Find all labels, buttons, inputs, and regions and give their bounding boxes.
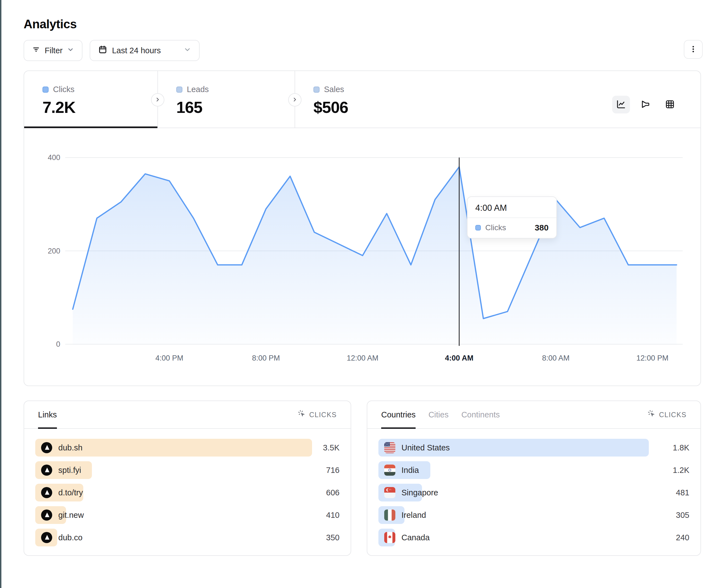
clicks-tab-label: Clicks (53, 85, 74, 94)
date-range-label: Last 24 hours (112, 46, 161, 55)
tooltip-time: 4:00 AM (468, 197, 556, 218)
svg-text:12:00 PM: 12:00 PM (636, 354, 669, 362)
clicks-area-chart: 02004004:00 PM8:00 PM12:00 AM4:00 AM8:00… (24, 128, 701, 386)
date-range-button[interactable]: Last 24 hours (90, 40, 200, 61)
countries-panel: Countries Cities Continents CLICKS Unite… (367, 401, 701, 556)
item-value: 481 (676, 488, 689, 497)
kebab-icon (689, 45, 697, 54)
dub-logo (41, 532, 52, 543)
item-label: India (402, 466, 419, 475)
filter-icon (32, 45, 40, 56)
chart-view-switcher (612, 82, 679, 128)
table-view-button[interactable] (661, 96, 679, 113)
funnel-view-button[interactable] (637, 96, 654, 113)
sales-tab-label: Sales (324, 85, 344, 94)
line-chart-view-button[interactable] (612, 96, 630, 113)
svg-text:4:00 AM: 4:00 AM (445, 354, 474, 362)
window-edge (0, 0, 1, 588)
item-value: 240 (676, 533, 689, 542)
list-item[interactable]: Ireland 305 (379, 506, 689, 524)
links-panel-header: Links CLICKS (24, 401, 351, 429)
item-label: Singapore (402, 488, 438, 497)
leads-value: 165 (176, 98, 295, 116)
tab-cities[interactable]: Cities (428, 401, 449, 428)
filter-button[interactable]: Filter (24, 40, 83, 61)
item-value: 350 (326, 533, 340, 542)
countries-rows: United States 1.8K India 1.2K Singapore … (367, 429, 701, 557)
list-item[interactable]: d.to/try 606 (35, 484, 340, 501)
list-item[interactable]: spti.fyi 716 (35, 461, 340, 479)
line-chart-icon (616, 99, 626, 110)
sales-legend-swatch (314, 87, 320, 93)
dub-logo (41, 510, 52, 521)
tab-clicks[interactable]: Clicks 7.2K (24, 71, 157, 128)
list-item[interactable]: dub.sh 3.5K (35, 439, 340, 456)
funnel-chart-icon (641, 99, 650, 110)
countries-panel-header: Countries Cities Continents CLICKS (367, 401, 701, 429)
tab-links[interactable]: Links (38, 401, 57, 428)
item-label: dub.sh (58, 443, 83, 452)
area-fill (73, 167, 676, 344)
list-item[interactable]: Singapore 481 (379, 484, 689, 501)
item-label: git.new (58, 511, 84, 520)
dub-logo (41, 487, 52, 498)
list-item[interactable]: Canada 240 (379, 529, 689, 546)
item-value: 410 (326, 511, 340, 520)
us-flag (384, 442, 395, 453)
chevron-down-icon (184, 46, 191, 55)
chart-tooltip: 4:00 AM Clicks 380 (467, 196, 557, 239)
countries-metric-selector[interactable]: CLICKS (647, 410, 687, 420)
list-item[interactable]: dub.co 350 (35, 529, 340, 546)
canada-flag (384, 532, 395, 543)
item-label: dub.co (58, 533, 83, 542)
item-label: Canada (402, 533, 430, 542)
ireland-flag (384, 510, 395, 521)
clicks-legend-swatch (42, 87, 48, 93)
leads-tab-label: Leads (187, 85, 209, 94)
list-item[interactable]: git.new 410 (35, 506, 340, 524)
item-value: 1.8K (673, 443, 689, 452)
singapore-flag (384, 487, 395, 498)
links-metric-label: CLICKS (309, 411, 337, 419)
item-label: Ireland (402, 511, 426, 520)
item-label: d.to/try (58, 488, 83, 497)
tab-leads[interactable]: Leads 165 (158, 71, 295, 128)
list-item[interactable]: India 1.2K (379, 461, 689, 479)
tab-countries[interactable]: Countries (381, 401, 416, 428)
item-value: 305 (676, 511, 689, 520)
page-title: Analytics (24, 17, 701, 31)
india-flag (384, 465, 395, 476)
svg-text:0: 0 (56, 340, 60, 348)
cursor-click-icon (647, 410, 656, 420)
chevron-down-icon (67, 46, 74, 55)
svg-text:8:00 AM: 8:00 AM (542, 354, 569, 362)
item-value: 1.2K (673, 466, 689, 475)
item-label: United States (402, 443, 450, 452)
svg-text:8:00 PM: 8:00 PM (252, 354, 280, 362)
stats-row: Clicks 7.2K Leads 165 (24, 71, 701, 128)
svg-text:200: 200 (48, 247, 60, 255)
clicks-legend-swatch (475, 225, 481, 230)
countries-metric-label: CLICKS (659, 411, 687, 419)
links-rows: dub.sh 3.5K spti.fyi 716 d.to/try 606 gi… (24, 429, 351, 557)
links-metric-selector[interactable]: CLICKS (298, 410, 337, 420)
sales-value: $506 (314, 98, 434, 116)
table-grid-icon (665, 99, 675, 110)
links-panel: Links CLICKS dub.sh 3.5K spti.fyi 716 (24, 401, 351, 556)
svg-text:4:00 PM: 4:00 PM (155, 354, 184, 362)
list-item[interactable]: United States 1.8K (379, 439, 689, 456)
clicks-value: 7.2K (42, 98, 157, 116)
tooltip-value: 380 (535, 223, 548, 232)
more-menu-button[interactable] (684, 40, 703, 59)
filter-button-label: Filter (45, 46, 62, 55)
tab-continents[interactable]: Continents (461, 401, 500, 428)
item-label: spti.fyi (58, 466, 81, 475)
item-value: 716 (326, 466, 340, 475)
item-value: 606 (326, 488, 340, 497)
dub-logo (41, 465, 52, 476)
cursor-click-icon (298, 410, 306, 420)
svg-text:400: 400 (48, 153, 60, 162)
tooltip-series-label: Clicks (485, 223, 506, 232)
tab-sales[interactable]: Sales $506 (295, 71, 434, 128)
clicks-chart[interactable]: 02004004:00 PM8:00 PM12:00 AM4:00 AM8:00… (24, 128, 701, 386)
